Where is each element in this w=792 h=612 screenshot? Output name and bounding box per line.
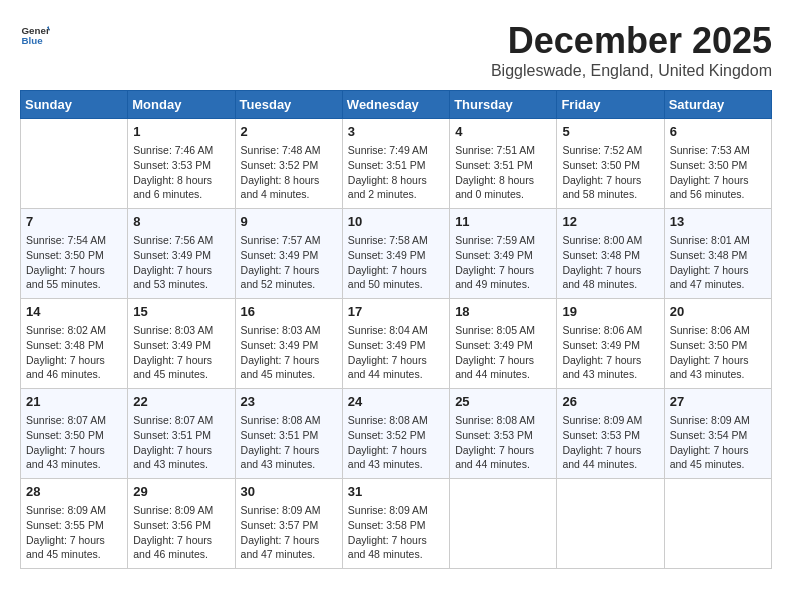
calendar-cell: 18Sunrise: 8:05 AMSunset: 3:49 PMDayligh… (450, 299, 557, 389)
calendar-cell: 9Sunrise: 7:57 AMSunset: 3:49 PMDaylight… (235, 209, 342, 299)
daylight-text: Daylight: 8 hours and 0 minutes. (455, 173, 551, 202)
sunrise-text: Sunrise: 8:07 AM (133, 413, 229, 428)
daylight-text: Daylight: 7 hours and 47 minutes. (241, 533, 337, 562)
header-day-sunday: Sunday (21, 91, 128, 119)
daylight-text: Daylight: 7 hours and 45 minutes. (241, 353, 337, 382)
calendar-cell: 25Sunrise: 8:08 AMSunset: 3:53 PMDayligh… (450, 389, 557, 479)
sunset-text: Sunset: 3:57 PM (241, 518, 337, 533)
header-day-monday: Monday (128, 91, 235, 119)
calendar-cell: 5Sunrise: 7:52 AMSunset: 3:50 PMDaylight… (557, 119, 664, 209)
day-number: 21 (26, 393, 122, 411)
sunrise-text: Sunrise: 7:57 AM (241, 233, 337, 248)
daylight-text: Daylight: 7 hours and 44 minutes. (562, 443, 658, 472)
header-day-saturday: Saturday (664, 91, 771, 119)
day-number: 22 (133, 393, 229, 411)
sunset-text: Sunset: 3:54 PM (670, 428, 766, 443)
logo-icon: General Blue (20, 20, 50, 50)
sunset-text: Sunset: 3:50 PM (26, 248, 122, 263)
sunset-text: Sunset: 3:50 PM (562, 158, 658, 173)
calendar-cell: 7Sunrise: 7:54 AMSunset: 3:50 PMDaylight… (21, 209, 128, 299)
daylight-text: Daylight: 7 hours and 58 minutes. (562, 173, 658, 202)
daylight-text: Daylight: 7 hours and 50 minutes. (348, 263, 444, 292)
sunset-text: Sunset: 3:49 PM (241, 248, 337, 263)
sunset-text: Sunset: 3:49 PM (133, 248, 229, 263)
daylight-text: Daylight: 7 hours and 56 minutes. (670, 173, 766, 202)
calendar-cell (557, 479, 664, 569)
daylight-text: Daylight: 7 hours and 46 minutes. (133, 533, 229, 562)
sunrise-text: Sunrise: 8:09 AM (133, 503, 229, 518)
sunrise-text: Sunrise: 8:09 AM (348, 503, 444, 518)
sunset-text: Sunset: 3:52 PM (348, 428, 444, 443)
calendar-cell: 27Sunrise: 8:09 AMSunset: 3:54 PMDayligh… (664, 389, 771, 479)
sunset-text: Sunset: 3:48 PM (670, 248, 766, 263)
calendar-table: SundayMondayTuesdayWednesdayThursdayFrid… (20, 90, 772, 569)
calendar-week-row: 14Sunrise: 8:02 AMSunset: 3:48 PMDayligh… (21, 299, 772, 389)
calendar-cell: 20Sunrise: 8:06 AMSunset: 3:50 PMDayligh… (664, 299, 771, 389)
sunset-text: Sunset: 3:49 PM (455, 248, 551, 263)
daylight-text: Daylight: 7 hours and 43 minutes. (26, 443, 122, 472)
sunset-text: Sunset: 3:49 PM (348, 338, 444, 353)
daylight-text: Daylight: 7 hours and 44 minutes. (455, 443, 551, 472)
sunset-text: Sunset: 3:51 PM (455, 158, 551, 173)
sunset-text: Sunset: 3:48 PM (562, 248, 658, 263)
location-subtitle: Biggleswade, England, United Kingdom (491, 62, 772, 80)
sunrise-text: Sunrise: 7:59 AM (455, 233, 551, 248)
sunrise-text: Sunrise: 8:05 AM (455, 323, 551, 338)
header-day-wednesday: Wednesday (342, 91, 449, 119)
svg-text:Blue: Blue (22, 35, 44, 46)
day-number: 29 (133, 483, 229, 501)
sunrise-text: Sunrise: 8:01 AM (670, 233, 766, 248)
sunrise-text: Sunrise: 8:00 AM (562, 233, 658, 248)
calendar-cell: 15Sunrise: 8:03 AMSunset: 3:49 PMDayligh… (128, 299, 235, 389)
calendar-cell: 26Sunrise: 8:09 AMSunset: 3:53 PMDayligh… (557, 389, 664, 479)
daylight-text: Daylight: 7 hours and 49 minutes. (455, 263, 551, 292)
day-number: 15 (133, 303, 229, 321)
daylight-text: Daylight: 7 hours and 43 minutes. (241, 443, 337, 472)
page-header: General Blue December 2025 Biggleswade, … (20, 20, 772, 80)
calendar-cell: 21Sunrise: 8:07 AMSunset: 3:50 PMDayligh… (21, 389, 128, 479)
day-number: 2 (241, 123, 337, 141)
header-day-tuesday: Tuesday (235, 91, 342, 119)
sunset-text: Sunset: 3:53 PM (455, 428, 551, 443)
sunset-text: Sunset: 3:58 PM (348, 518, 444, 533)
calendar-cell: 28Sunrise: 8:09 AMSunset: 3:55 PMDayligh… (21, 479, 128, 569)
sunrise-text: Sunrise: 7:58 AM (348, 233, 444, 248)
day-number: 26 (562, 393, 658, 411)
sunset-text: Sunset: 3:52 PM (241, 158, 337, 173)
day-number: 1 (133, 123, 229, 141)
calendar-cell: 10Sunrise: 7:58 AMSunset: 3:49 PMDayligh… (342, 209, 449, 299)
day-number: 11 (455, 213, 551, 231)
sunset-text: Sunset: 3:50 PM (26, 428, 122, 443)
calendar-cell: 4Sunrise: 7:51 AMSunset: 3:51 PMDaylight… (450, 119, 557, 209)
sunrise-text: Sunrise: 8:09 AM (562, 413, 658, 428)
sunset-text: Sunset: 3:51 PM (133, 428, 229, 443)
sunrise-text: Sunrise: 8:09 AM (26, 503, 122, 518)
day-number: 20 (670, 303, 766, 321)
daylight-text: Daylight: 7 hours and 48 minutes. (348, 533, 444, 562)
day-number: 8 (133, 213, 229, 231)
calendar-cell: 30Sunrise: 8:09 AMSunset: 3:57 PMDayligh… (235, 479, 342, 569)
day-number: 14 (26, 303, 122, 321)
calendar-cell: 31Sunrise: 8:09 AMSunset: 3:58 PMDayligh… (342, 479, 449, 569)
sunrise-text: Sunrise: 8:02 AM (26, 323, 122, 338)
day-number: 6 (670, 123, 766, 141)
daylight-text: Daylight: 7 hours and 44 minutes. (455, 353, 551, 382)
sunset-text: Sunset: 3:51 PM (241, 428, 337, 443)
day-number: 12 (562, 213, 658, 231)
day-number: 24 (348, 393, 444, 411)
title-block: December 2025 Biggleswade, England, Unit… (491, 20, 772, 80)
sunrise-text: Sunrise: 7:56 AM (133, 233, 229, 248)
calendar-cell: 2Sunrise: 7:48 AMSunset: 3:52 PMDaylight… (235, 119, 342, 209)
calendar-cell: 24Sunrise: 8:08 AMSunset: 3:52 PMDayligh… (342, 389, 449, 479)
sunset-text: Sunset: 3:48 PM (26, 338, 122, 353)
calendar-week-row: 28Sunrise: 8:09 AMSunset: 3:55 PMDayligh… (21, 479, 772, 569)
daylight-text: Daylight: 7 hours and 45 minutes. (133, 353, 229, 382)
header-day-thursday: Thursday (450, 91, 557, 119)
day-number: 10 (348, 213, 444, 231)
daylight-text: Daylight: 7 hours and 46 minutes. (26, 353, 122, 382)
calendar-cell: 8Sunrise: 7:56 AMSunset: 3:49 PMDaylight… (128, 209, 235, 299)
daylight-text: Daylight: 8 hours and 4 minutes. (241, 173, 337, 202)
day-number: 27 (670, 393, 766, 411)
calendar-week-row: 1Sunrise: 7:46 AMSunset: 3:53 PMDaylight… (21, 119, 772, 209)
sunrise-text: Sunrise: 8:06 AM (670, 323, 766, 338)
